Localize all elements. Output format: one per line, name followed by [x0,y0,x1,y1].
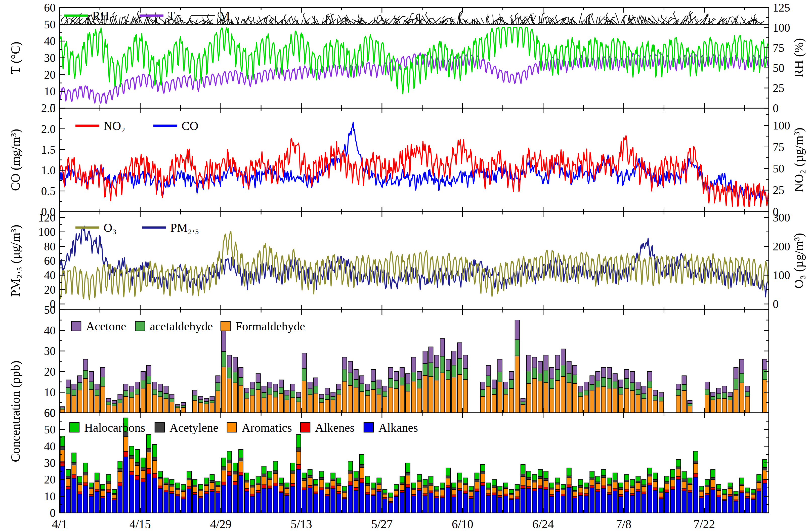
bar-segment-Halocarbons [521,464,525,474]
y-tick-label-left: 60 [44,1,56,14]
bar-segment-Acetone [763,359,767,370]
bar-segment-Acetylene [526,477,531,480]
bar-segment-Alkenes [181,497,186,499]
bar-segment-Halocarbons [411,483,416,488]
bar-segment-Alkenes [636,489,640,491]
bar-segment-Alkanes [279,492,284,513]
bar-segment-Aromatics [722,495,727,499]
bar-segment-Acetone [181,402,186,405]
bar-segment-Acetone [641,386,646,394]
bar-segment-Halocarbons [250,480,255,485]
bar-segment-Acetone [636,382,640,389]
bar-segment-Alkenes [429,491,433,493]
bar-segment-Formaldehyde [498,382,502,413]
bar-segment-Formaldehyde [682,390,686,413]
bar-segment-Aromatics [314,486,318,492]
bar-segment-Aromatics [751,494,755,498]
bar-segment-Formaldehyde [607,388,612,413]
bar-segment-Halocarbons [653,473,657,480]
bar-segment-Halocarbons [118,461,122,469]
legend-label: Alkenes [315,421,354,434]
bar-segment-acetaldehyde [440,356,445,373]
bar-segment-Acetone [498,359,502,372]
bar-segment-Halocarbons [740,478,744,484]
bar-segment-Formaldehyde [705,395,709,413]
y-tick-label-left: 60 [44,407,56,419]
bar-segment-acetaldehyde [193,395,197,400]
bar-segment-Aromatics [382,494,387,498]
bar-segment-Formaldehyde [763,380,767,413]
bar-segment-Alkenes [267,486,272,488]
bar-segment-Acetylene [417,480,422,482]
y-tick-label-right: 0 [773,298,779,310]
bar-segment-Alkenes [705,493,709,495]
bar-segment-Aromatics [740,486,744,491]
bar-segment-Alkanes [515,499,520,513]
bar-segment-Alkanes [429,493,433,513]
axis-title-gases-co-no2-left: CO (mg/m³) [8,129,23,191]
bar-segment-Formaldehyde [262,398,266,413]
bar-segment-Aromatics [463,485,468,491]
bar-segment-acetaldehyde [89,382,93,390]
bar-segment-Acetone [382,386,387,391]
bar-segment-Alkanes [129,475,134,513]
bar-segment-Alkanes [549,497,554,513]
bar-segment-Halocarbons [469,486,474,490]
bar-segment-Alkanes [60,466,65,513]
bar-segment-Aromatics [429,485,433,491]
bar-segment-Alkenes [711,487,715,489]
bar-segment-Alkanes [147,474,151,513]
bar-segment-Formaldehyde [66,394,70,413]
bar-segment-Alkanes [342,499,347,513]
bar-segment-Halocarbons [95,473,99,480]
bar-segment-Acetone [66,380,70,388]
bar-segment-Aromatics [308,478,312,486]
bar-segment-Halocarbons [285,483,289,487]
bar-segment-Acetylene [319,477,324,480]
bar-segment-Acetylene [429,483,433,485]
figure-svg: 01020304050600255075100125T (°C)RH (%)RH… [0,0,812,531]
bar-segment-Alkenes [561,494,566,496]
bar-segment-Acetone [429,347,433,363]
bar-segment-Alkanes [711,490,715,513]
bar-segment-acetaldehyde [434,367,439,380]
bar-segment-acetaldehyde [636,389,640,395]
bar-segment-Aromatics [647,476,652,483]
bar-segment-Alkenes [630,493,635,496]
bar-segment-Aromatics [319,480,324,488]
legend-label: Acetone [86,320,126,333]
bar-segment-Alkanes [164,492,169,513]
bar-segment-Aromatics [164,485,169,490]
bar-segment-Aromatics [504,488,508,494]
bar-segment-Acetone [377,380,381,388]
bar-segment-Alkenes [716,495,721,497]
bar-segment-acetaldehyde [124,391,128,397]
bar-segment-acetaldehyde [526,371,531,383]
bar-segment-Alkanes [233,485,237,513]
bar-segment-Acetone [538,361,542,373]
bar-segment-Aromatics [607,486,612,492]
bar-segment-Alkenes [290,484,295,486]
bar-segment-Formaldehyde [170,402,174,413]
legend-swatch-Alkanes [364,423,374,432]
bar-segment-Halocarbons [244,473,249,480]
bar-segment-Alkenes [210,489,215,491]
bar-segment-Alkenes [452,495,456,497]
bar-segment-Aromatics [158,479,163,486]
bar-segment-Formaldehyde [331,400,335,413]
bar-segment-Alkanes [641,494,646,513]
bar-segment-Aromatics [711,480,715,487]
bar-segment-Alkanes [285,496,289,513]
bar-segment-Aromatics [578,487,583,493]
bar-segment-Aromatics [233,474,237,482]
bar-segment-Aromatics [498,491,502,495]
bar-segment-Acetylene [452,488,456,489]
bar-segment-Formaldehyde [244,398,249,413]
bar-segment-Halocarbons [267,471,272,478]
y-tick-label-left: 50 [44,304,56,316]
bar-segment-Aromatics [256,485,261,490]
bar-segment-acetaldehyde [342,369,347,381]
bar-segment-Acetone [170,394,174,398]
bar-segment-acetaldehyde [262,393,266,398]
bar-segment-acetaldehyde [296,398,301,402]
